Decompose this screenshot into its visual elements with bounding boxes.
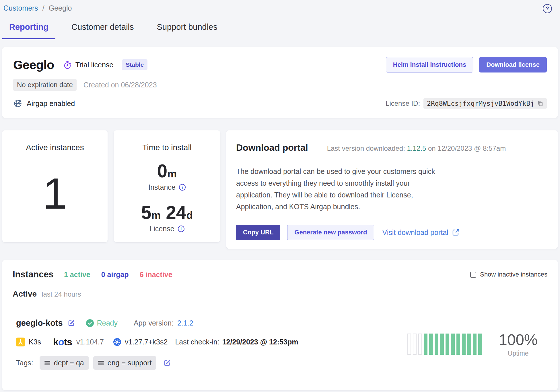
kubernetes-icon <box>113 338 121 346</box>
tag-icon <box>98 361 104 365</box>
divider-bottom <box>15 380 547 380</box>
distribution-label: K3s <box>29 338 41 346</box>
kots-logo: kots <box>53 336 72 348</box>
page: Customers / Geeglo ? Reporting Customer … <box>0 0 560 392</box>
customer-name: Geeglo <box>13 58 54 72</box>
channel-badge: Stable <box>122 59 147 70</box>
last-checkin: Last check-in:12/29/2023 @ 12:53pm <box>175 338 298 346</box>
uptime-bar-empty <box>413 334 417 355</box>
active-section-label: Active <box>13 289 37 299</box>
download-portal-card: Download portal Last version downloaded:… <box>226 130 558 249</box>
trial-timer-icon <box>63 60 72 69</box>
app-version: App version: 2.1.2 <box>134 319 193 327</box>
license-id-row: License ID: 2Rq8WLcsjfxqrMysjvB1WodYkBj <box>386 98 547 109</box>
breadcrumb-current: Geeglo <box>49 4 72 12</box>
license-id-value: 2Rq8WLcsjfxqrMysjvB1WodYkBj <box>427 100 534 107</box>
show-inactive-checkbox[interactable] <box>470 272 476 278</box>
uptime-label: Uptime <box>499 350 538 357</box>
created-date-text: Created on 06/28/2023 <box>83 81 157 89</box>
breadcrumb-separator: / <box>42 4 44 12</box>
help-icon[interactable]: ? <box>543 4 552 13</box>
license-type: Trial license <box>63 60 113 69</box>
status-label: Ready <box>97 319 118 327</box>
active-section-sublabel: last 24 hours <box>42 290 81 298</box>
instance-install-time: 0m <box>157 162 177 180</box>
license-type-label: Trial license <box>75 61 113 69</box>
uptime-bar-filled <box>456 334 460 355</box>
top-bar: Customers / Geeglo ? <box>2 3 558 13</box>
instance-name: geeglo-kots <box>16 318 63 328</box>
uptime-bar-filled <box>435 334 438 355</box>
instance-status: Ready <box>86 319 118 327</box>
time-to-install-title: Time to install <box>142 143 192 152</box>
expiration-badge: No expiration date <box>13 79 77 91</box>
tab-customer-details[interactable]: Customer details <box>65 22 141 39</box>
license-install-time: 5m 24d <box>141 203 193 222</box>
helm-install-instructions-button[interactable]: Helm install instructions <box>386 57 474 72</box>
uptime-bar-empty <box>418 334 422 355</box>
distribution: K3s <box>16 338 41 346</box>
kubernetes-version: v1.27.7+k3s2 <box>113 338 168 346</box>
breadcrumb-customers-link[interactable]: Customers <box>3 4 38 12</box>
uptime-value: 100% <box>499 331 538 348</box>
tag-pill: dept = qa <box>40 356 89 370</box>
uptime-bar-filled <box>424 334 427 355</box>
license-id-chip: 2Rq8WLcsjfxqrMysjvB1WodYkBj <box>423 98 547 109</box>
license-id-label: License ID: <box>386 99 420 107</box>
tab-bar: Reporting Customer details Support bundl… <box>2 22 558 39</box>
airgap-globe-icon <box>13 99 22 108</box>
copy-url-button[interactable]: Copy URL <box>236 225 280 240</box>
breadcrumb: Customers / Geeglo <box>3 4 72 12</box>
uptime-bar-filled <box>451 334 455 355</box>
license-install-label: License <box>149 225 174 233</box>
instance-counts: 1 active 0 airgap 6 inactive <box>64 271 172 279</box>
uptime-bar-filled <box>446 334 449 355</box>
airgap-count: 0 airgap <box>101 271 129 279</box>
external-link-icon <box>452 229 460 236</box>
airgap-status: Airgap enabled <box>13 99 75 108</box>
download-license-button[interactable]: Download license <box>479 57 547 72</box>
instance-install-label: Instance <box>148 183 176 191</box>
download-portal-description: The download portal can be used to give … <box>236 166 440 213</box>
edit-tags-icon[interactable] <box>163 359 171 367</box>
uptime-bar-filled <box>473 334 477 355</box>
active-instances-title: Active instances <box>26 143 84 152</box>
show-inactive-toggle[interactable]: Show inactive instances <box>470 271 547 278</box>
time-to-install-card: Time to install 0m Instance i 5m 24d Lic… <box>114 130 220 242</box>
download-portal-title: Download portal <box>236 142 308 153</box>
license-info-icon[interactable]: i <box>178 226 184 232</box>
tab-support-bundles[interactable]: Support bundles <box>150 22 224 39</box>
visit-download-portal-link[interactable]: Visit download portal <box>382 228 459 237</box>
last-version-link[interactable]: 1.12.5 <box>407 144 426 152</box>
k3s-icon <box>16 338 25 346</box>
app-version-link[interactable]: 2.1.2 <box>177 319 193 327</box>
uptime-bar-empty <box>407 334 411 355</box>
instances-card: Instances 1 active 0 airgap 6 inactive S… <box>2 260 558 390</box>
instances-title: Instances <box>13 269 54 280</box>
generate-password-button[interactable]: Generate new password <box>287 225 374 240</box>
uptime-bar-filled <box>440 334 444 355</box>
metrics-row: Active instances 1 Time to install 0m In… <box>2 130 558 249</box>
active-instances-value: 1 <box>43 172 67 215</box>
uptime-bar-filled <box>462 334 466 355</box>
airgap-label: Airgap enabled <box>27 99 75 108</box>
license-summary-card: Geeglo Trial license Stable Helm install… <box>2 47 558 118</box>
tag-pills: dept = qaeng = support <box>40 356 157 370</box>
tag-icon <box>44 361 50 365</box>
kubernetes-version-label: v1.27.7+k3s2 <box>125 338 168 346</box>
active-instances-card: Active instances 1 <box>2 130 108 242</box>
uptime-bar-filled <box>478 334 482 355</box>
instance-row: geeglo-kots <box>16 318 547 370</box>
tags-label: Tags: <box>16 359 33 367</box>
uptime-bar-filled <box>429 334 433 355</box>
last-version-downloaded: Last version downloaded: 1.12.5 on 12/20… <box>327 144 506 152</box>
ready-check-icon <box>86 319 94 327</box>
edit-instance-name-icon[interactable] <box>67 319 75 327</box>
uptime-section: 100% Uptime <box>407 331 538 357</box>
copy-license-id-icon[interactable] <box>537 100 543 107</box>
instance-info-icon[interactable]: i <box>179 184 186 191</box>
kots-version: v1.104.7 <box>76 338 104 346</box>
tag-pill: eng = support <box>93 356 157 370</box>
show-inactive-label: Show inactive instances <box>480 271 547 278</box>
tab-reporting[interactable]: Reporting <box>2 22 55 39</box>
